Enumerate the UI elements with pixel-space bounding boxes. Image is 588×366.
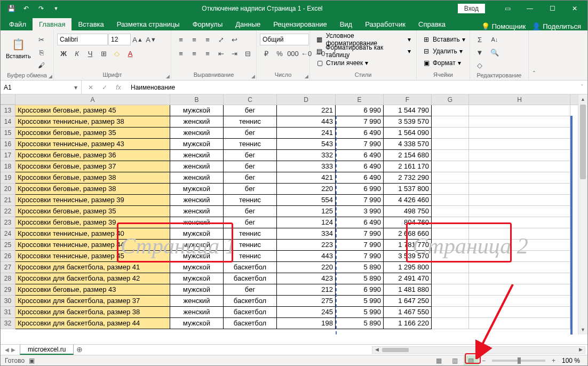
clipboard-launcher-icon[interactable]: ◢ <box>49 74 52 79</box>
row-header[interactable]: 22 <box>1 206 15 217</box>
cell[interactable]: мужской <box>170 273 224 284</box>
cell[interactable] <box>469 161 570 172</box>
cell[interactable]: женский <box>170 161 224 172</box>
scroll-left-icon[interactable]: ◀ <box>372 347 381 353</box>
scroll-down-icon[interactable]: ▼ <box>578 325 587 335</box>
vertical-scrollbar[interactable]: ▲ ▼ <box>578 94 587 335</box>
align-center-icon[interactable]: ≡ <box>188 47 201 59</box>
cell[interactable]: Кроссовки для баскетбола, размер 38 <box>15 307 170 318</box>
cell[interactable]: женский <box>170 172 224 184</box>
percent-icon[interactable]: % <box>273 47 286 59</box>
cell[interactable]: 334 <box>277 228 336 240</box>
col-header-A[interactable]: A <box>15 94 170 105</box>
cell[interactable]: теннис <box>224 251 277 262</box>
fill-icon[interactable]: ▼ <box>473 46 486 58</box>
cell[interactable]: 6 490 <box>336 150 384 161</box>
cell[interactable]: 6 990 <box>336 184 384 195</box>
number-format-select[interactable] <box>260 34 309 45</box>
shrink-font-icon[interactable]: A▼ <box>145 34 157 45</box>
cell[interactable]: женский <box>170 217 224 228</box>
comma-icon[interactable]: 000 <box>287 47 299 59</box>
insert-function-icon[interactable]: fx <box>114 84 123 91</box>
cell[interactable]: баскетбол <box>224 307 277 318</box>
view-page-layout-icon[interactable]: ▥ <box>448 356 463 365</box>
row-header[interactable]: 20 <box>1 184 15 195</box>
paste-button[interactable]: 📋 Вставить <box>4 34 33 61</box>
merge-icon[interactable]: ⊟ <box>241 47 254 59</box>
row-header[interactable]: 30 <box>1 296 15 307</box>
cell[interactable] <box>469 128 570 139</box>
cell[interactable] <box>432 296 469 307</box>
add-sheet-icon[interactable]: ⊕ <box>74 345 85 355</box>
cell[interactable] <box>432 273 469 284</box>
cell[interactable]: 212 <box>277 284 336 296</box>
horizontal-scrollbar[interactable]: ◀ ▶ <box>372 346 585 354</box>
cell[interactable]: 2 161 170 <box>384 161 432 172</box>
cell[interactable]: 1 781 770 <box>384 240 432 251</box>
cell[interactable]: 198 <box>277 318 336 329</box>
number-launcher-icon[interactable]: ◢ <box>305 74 308 79</box>
cell[interactable]: женский <box>170 195 224 206</box>
cell[interactable]: Кроссовки беговые, размер 38 <box>15 184 170 195</box>
collapse-ribbon-icon[interactable]: ˆ <box>529 30 539 80</box>
font-name-select[interactable] <box>57 34 108 45</box>
cell[interactable] <box>469 195 570 206</box>
cell[interactable]: мужской <box>170 139 224 150</box>
italic-button[interactable]: К <box>70 47 83 59</box>
cell[interactable]: теннис <box>224 240 277 251</box>
row-header[interactable]: 19 <box>1 172 15 184</box>
cell[interactable]: 221 <box>277 105 336 116</box>
cut-icon[interactable]: ✂ <box>35 34 48 45</box>
cell[interactable]: 7 990 <box>336 139 384 150</box>
row-header[interactable]: 15 <box>1 128 15 139</box>
cell[interactable] <box>432 240 469 251</box>
autosum-icon[interactable]: Σ <box>473 34 486 45</box>
cell[interactable]: 6 490 <box>336 172 384 184</box>
cell-styles-button[interactable]: ▢Стили ячеек ▾ <box>313 57 370 69</box>
cell[interactable]: Кроссовки для баскетбола, размер 37 <box>15 296 170 307</box>
cell[interactable]: Кроссовки беговые, размер 45 <box>15 105 170 116</box>
zoom-percent[interactable]: 100 % <box>559 357 583 364</box>
cell[interactable]: 6 490 <box>336 161 384 172</box>
col-header-F[interactable]: F <box>384 94 432 105</box>
scroll-up-icon[interactable]: ▲ <box>578 94 587 104</box>
cell[interactable]: 7 990 <box>336 195 384 206</box>
cell[interactable]: 7 990 <box>336 228 384 240</box>
align-middle-icon[interactable]: ≡ <box>188 34 201 45</box>
col-header-H[interactable]: H <box>469 94 570 105</box>
cell[interactable] <box>432 105 469 116</box>
cell[interactable] <box>432 195 469 206</box>
cell[interactable] <box>469 172 570 184</box>
indent-decrease-icon[interactable]: ⇤ <box>214 47 227 59</box>
expand-formula-icon[interactable]: ˇ <box>577 84 587 90</box>
cell[interactable]: 7 990 <box>336 116 384 128</box>
cell[interactable] <box>469 116 570 128</box>
undo-icon[interactable]: ↶ <box>20 2 33 15</box>
cell[interactable]: бег <box>224 172 277 184</box>
cell[interactable]: 1 166 220 <box>384 318 432 329</box>
row-header[interactable]: 21 <box>1 195 15 206</box>
maximize-icon[interactable]: ☐ <box>542 1 563 16</box>
cell[interactable]: 6 990 <box>336 284 384 296</box>
macro-record-icon[interactable]: ▣ <box>29 357 35 364</box>
name-box-input[interactable] <box>1 81 71 94</box>
cell[interactable] <box>432 150 469 161</box>
col-header-B[interactable]: B <box>170 94 224 105</box>
cell[interactable] <box>469 318 570 329</box>
align-top-icon[interactable]: ≡ <box>174 34 187 45</box>
cell[interactable]: женский <box>170 150 224 161</box>
cell[interactable]: мужской <box>170 228 224 240</box>
row-header[interactable]: 24 <box>1 228 15 240</box>
cell[interactable] <box>469 217 570 228</box>
cell[interactable] <box>469 262 570 273</box>
save-icon[interactable]: 💾 <box>5 2 18 15</box>
cell[interactable]: 245 <box>277 307 336 318</box>
cell[interactable]: баскетбол <box>224 296 277 307</box>
cell[interactable]: Кроссовки беговые, размер 37 <box>15 161 170 172</box>
currency-icon[interactable]: ₽ <box>260 47 273 59</box>
cell[interactable]: теннис <box>224 228 277 240</box>
cell[interactable]: 2 491 470 <box>384 273 432 284</box>
cell[interactable]: Кроссовки беговые, размер 35 <box>15 128 170 139</box>
cell[interactable] <box>469 240 570 251</box>
cell[interactable]: 5 890 <box>336 262 384 273</box>
